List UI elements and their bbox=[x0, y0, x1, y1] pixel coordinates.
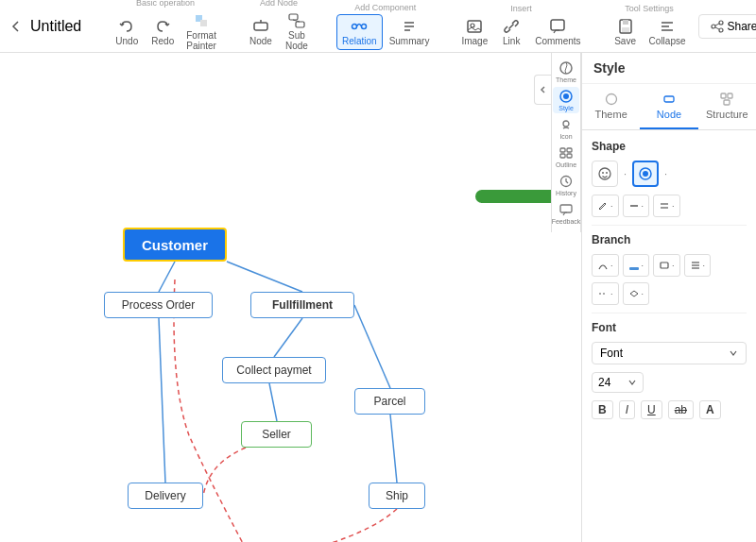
undo-label: Undo bbox=[115, 36, 138, 46]
group-insert-label: Insert bbox=[510, 4, 532, 13]
svg-rect-18 bbox=[622, 27, 629, 32]
svg-point-53 bbox=[602, 172, 604, 174]
node-button[interactable]: Node bbox=[244, 15, 278, 49]
font-section-title: Font bbox=[592, 321, 747, 334]
tab-theme[interactable]: Theme bbox=[582, 84, 640, 129]
node-ship[interactable]: Ship bbox=[369, 483, 425, 509]
group-add-node-label: Add Node bbox=[260, 0, 298, 8]
group-tool-settings-label: Tool Settings bbox=[625, 4, 674, 13]
font-strikethrough-btn[interactable]: ab bbox=[668, 400, 694, 419]
svg-point-40 bbox=[563, 121, 569, 127]
link-button[interactable]: Link bbox=[494, 15, 528, 49]
link-label: Link bbox=[503, 36, 520, 46]
summary-label: Summary bbox=[389, 36, 430, 46]
tab-structure[interactable]: Structure bbox=[698, 84, 756, 129]
divider1 bbox=[592, 225, 747, 226]
branch-rect-btn[interactable]: · bbox=[653, 254, 680, 277]
panel-collapse-button[interactable] bbox=[534, 75, 551, 105]
save-button[interactable]: Save bbox=[609, 15, 643, 49]
collapse-button[interactable]: Collapse bbox=[644, 15, 691, 49]
divider2 bbox=[592, 313, 747, 313]
node-product[interactable]: Product bbox=[208, 537, 299, 542]
svg-rect-42 bbox=[567, 148, 572, 152]
branch-curve-btn[interactable]: · bbox=[592, 254, 619, 277]
svg-point-23 bbox=[719, 28, 723, 32]
svg-rect-41 bbox=[560, 148, 565, 152]
share-button[interactable]: Share bbox=[698, 14, 756, 39]
svg-point-38 bbox=[563, 93, 569, 99]
svg-point-56 bbox=[643, 171, 648, 177]
outline-row: · · · bbox=[592, 195, 747, 217]
branch-color-btn[interactable]: · bbox=[623, 254, 650, 277]
svg-line-29 bbox=[227, 262, 302, 292]
app-logo[interactable]: Untitled bbox=[8, 18, 81, 35]
canvas[interactable]: Customer Process Order Fullfillment Coll… bbox=[0, 53, 581, 542]
sub-node-button[interactable]: Sub Node bbox=[280, 9, 314, 54]
svg-rect-1 bbox=[200, 20, 207, 26]
font-size-select[interactable]: 24 bbox=[592, 372, 644, 393]
svg-rect-60 bbox=[629, 267, 639, 270]
svg-rect-49 bbox=[721, 93, 726, 98]
summary-button[interactable]: Summary bbox=[385, 15, 435, 49]
shape-circle-selected-btn[interactable] bbox=[632, 161, 659, 187]
branch-dashes-btn[interactable]: · bbox=[592, 282, 619, 305]
svg-rect-2 bbox=[254, 23, 267, 30]
tab-node[interactable]: Node bbox=[640, 84, 697, 129]
group-basic: Basic operation Undo Redo Format Painter bbox=[110, 0, 221, 54]
font-style-row: B I U ab A bbox=[592, 400, 747, 419]
sidebar-history[interactable]: History bbox=[553, 172, 579, 198]
outline-line-btn[interactable]: · bbox=[623, 195, 650, 217]
svg-rect-17 bbox=[623, 20, 628, 25]
outline-dash-btn[interactable]: · bbox=[653, 195, 680, 217]
relation-button[interactable]: Relation bbox=[336, 14, 383, 50]
font-size-value: 24 bbox=[598, 376, 610, 389]
font-bold-btn[interactable]: B bbox=[592, 400, 613, 419]
sidebar-style[interactable]: Style bbox=[553, 87, 579, 113]
comments-button[interactable]: Comments bbox=[530, 15, 585, 49]
panel-title: Style bbox=[593, 60, 625, 76]
svg-line-25 bbox=[715, 24, 719, 25]
redo-label: Redo bbox=[151, 36, 174, 46]
svg-rect-46 bbox=[560, 205, 572, 212]
redo-button[interactable]: Redo bbox=[146, 15, 180, 49]
outline-pen-btn[interactable]: · bbox=[592, 195, 619, 217]
svg-rect-15 bbox=[551, 20, 564, 30]
font-italic-btn[interactable]: I bbox=[619, 400, 635, 419]
group-tool-settings-items: Save Collapse bbox=[609, 15, 691, 49]
svg-rect-4 bbox=[289, 14, 298, 20]
group-add-component-items: Relation Summary bbox=[336, 14, 435, 50]
sidebar-icon[interactable]: Icon bbox=[553, 115, 579, 142]
sidebar-theme[interactable]: Theme bbox=[553, 59, 579, 85]
image-button[interactable]: Image bbox=[456, 15, 492, 49]
node-customer[interactable]: Customer bbox=[123, 228, 227, 262]
node-parcel[interactable]: Parcel bbox=[354, 388, 425, 415]
branch-extra-btn[interactable]: · bbox=[623, 282, 650, 305]
node-collect-payment[interactable]: Collect paymet bbox=[222, 357, 326, 383]
shape-dot2: · bbox=[664, 168, 667, 179]
comments-label: Comments bbox=[535, 36, 580, 46]
font-color-btn[interactable]: A bbox=[699, 400, 721, 419]
sub-node-label: Sub Node bbox=[284, 30, 309, 51]
sidebar-feedback[interactable]: Feedback bbox=[553, 200, 579, 227]
svg-rect-61 bbox=[661, 263, 668, 268]
undo-button[interactable]: Undo bbox=[110, 15, 144, 49]
node-fulfillment[interactable]: Fullfillment bbox=[250, 292, 354, 318]
sidebar-outline[interactable]: Outline bbox=[553, 144, 579, 170]
node-process-order[interactable]: Process Order bbox=[104, 292, 213, 318]
shape-face-btn[interactable] bbox=[592, 161, 618, 187]
format-painter-label: Format Painter bbox=[186, 30, 216, 51]
font-family-select[interactable]: Font bbox=[592, 342, 747, 364]
node-delivery[interactable]: Delivery bbox=[128, 483, 203, 509]
main-area: Customer Process Order Fullfillment Coll… bbox=[0, 53, 756, 542]
node-seller[interactable]: Seller bbox=[241, 421, 312, 448]
font-dropdown-icon bbox=[729, 348, 738, 358]
group-insert-items: Image Link Comments bbox=[456, 15, 585, 49]
branch-align-btn[interactable]: · bbox=[684, 254, 712, 277]
format-painter-button[interactable]: Format Painter bbox=[181, 9, 221, 54]
svg-point-13 bbox=[471, 24, 474, 27]
font-underline-btn[interactable]: U bbox=[641, 400, 662, 419]
collapse-label: Collapse bbox=[649, 36, 686, 46]
tab-structure-label: Structure bbox=[706, 109, 748, 120]
group-insert: Insert Image Link Comments bbox=[456, 4, 585, 49]
svg-point-24 bbox=[712, 25, 715, 28]
